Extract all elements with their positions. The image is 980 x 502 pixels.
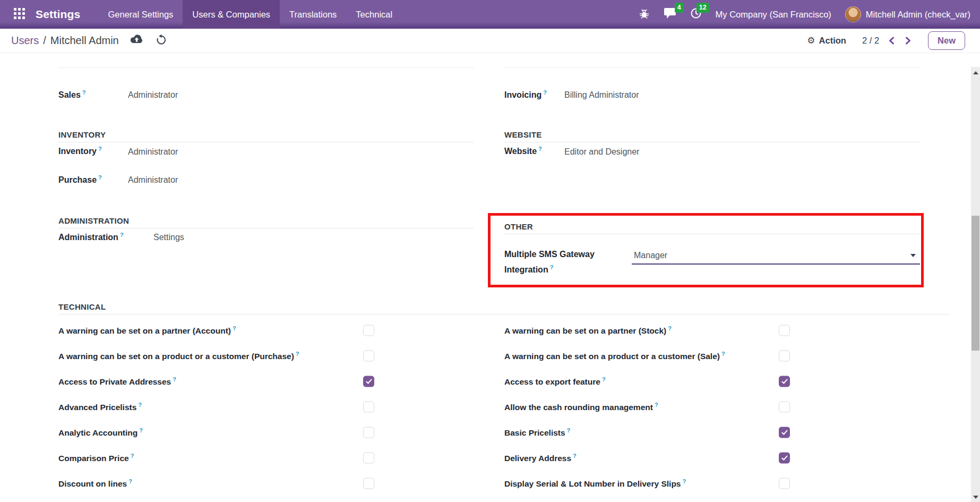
- field-inventory: Inventory? Administrator: [58, 142, 474, 158]
- section-title: TECHNICAL: [58, 302, 980, 312]
- checkbox-unchecked[interactable]: [779, 478, 790, 489]
- checkbox-unchecked[interactable]: [363, 351, 374, 362]
- highlight-box-other-section: OTHER Multiple SMS Gateway Integration? …: [488, 213, 924, 287]
- help-icon[interactable]: ?: [573, 453, 577, 459]
- section-technical: TECHNICAL A warning can be set on a part…: [58, 302, 980, 496]
- field-value[interactable]: Administrator: [128, 146, 178, 158]
- help-icon[interactable]: ?: [138, 402, 142, 408]
- field-value[interactable]: Billing Administrator: [564, 89, 639, 101]
- field-value[interactable]: Settings: [153, 231, 184, 244]
- new-record-button[interactable]: New: [928, 31, 965, 50]
- help-icon[interactable]: ?: [128, 478, 132, 484]
- help-icon[interactable]: ?: [120, 232, 124, 238]
- vertical-scrollbar[interactable]: [971, 67, 980, 502]
- current-app-name[interactable]: Settings: [32, 0, 91, 29]
- company-switcher[interactable]: My Company (San Francisco): [716, 10, 831, 20]
- help-icon[interactable]: ?: [296, 351, 299, 357]
- checkbox-unchecked[interactable]: [363, 325, 374, 336]
- technical-row: Discount on lines?: [58, 471, 474, 496]
- checkbox-unchecked[interactable]: [363, 478, 374, 489]
- scroll-up-arrow-icon[interactable]: [973, 71, 978, 74]
- checkbox-checked[interactable]: [779, 376, 790, 387]
- technical-row: Analytic Accounting?: [58, 420, 474, 445]
- apps-menu-button[interactable]: [0, 0, 32, 29]
- checkbox-unchecked[interactable]: [779, 351, 790, 362]
- help-icon[interactable]: ?: [655, 402, 658, 408]
- technical-row: Advanced Pricelists?: [58, 394, 474, 420]
- section-title: ADMINISTRATION: [58, 216, 474, 226]
- help-icon[interactable]: ?: [173, 376, 176, 382]
- breadcrumb-parent-link[interactable]: Users: [11, 35, 39, 47]
- field-value[interactable]: Administrator: [128, 174, 178, 186]
- left-column-top: Sales? Administrator: [58, 53, 474, 101]
- section-inventory: INVENTORY Inventory? Administrator Purch…: [58, 130, 474, 186]
- checkbox-unchecked[interactable]: [363, 453, 374, 464]
- debug-mode-button[interactable]: [639, 8, 650, 21]
- field-label: Website?: [504, 142, 564, 158]
- navbar-right: 4 12 My Company (San Francisco) Mitchell…: [639, 0, 980, 29]
- scrollbar-thumb[interactable]: [972, 216, 979, 351]
- right-column-top: Invoicing? Billing Administrator: [504, 53, 920, 101]
- sms-gateway-select[interactable]: Manager: [632, 248, 920, 265]
- technical-row: A warning can be set on a partner (Stock…: [504, 318, 920, 343]
- help-icon[interactable]: ?: [98, 146, 102, 152]
- field-label: Sales?: [58, 86, 128, 101]
- checkbox-label: A warning can be set on a partner (Accou…: [58, 325, 236, 336]
- technical-left-column: A warning can be set on a partner (Accou…: [58, 318, 474, 496]
- help-icon[interactable]: ?: [98, 174, 102, 181]
- menu-item-general-settings[interactable]: General Settings: [98, 0, 183, 29]
- technical-right-column: A warning can be set on a partner (Stock…: [504, 318, 920, 496]
- field-label: Purchase?: [58, 171, 128, 186]
- menu-item-technical[interactable]: Technical: [346, 0, 402, 29]
- top-navbar: Settings General SettingsUsers & Compani…: [0, 0, 980, 29]
- divider: [58, 314, 950, 314]
- checkbox-unchecked[interactable]: [779, 325, 790, 336]
- help-icon[interactable]: ?: [82, 89, 86, 96]
- field-value[interactable]: Administrator: [128, 89, 178, 101]
- pager-next-button[interactable]: [904, 36, 912, 45]
- checkbox-unchecked[interactable]: [363, 427, 374, 438]
- help-icon[interactable]: ?: [538, 146, 542, 152]
- checkbox-checked[interactable]: [779, 427, 790, 438]
- checkbox-label: Discount on lines?: [58, 478, 132, 489]
- help-icon[interactable]: ?: [721, 351, 725, 357]
- scroll-down-arrow-icon[interactable]: [973, 496, 978, 499]
- pager-value[interactable]: 2 / 2: [862, 36, 879, 46]
- discard-changes-button[interactable]: [156, 34, 167, 48]
- messages-button[interactable]: 4: [664, 7, 676, 21]
- menu-item-translations[interactable]: Translations: [280, 0, 346, 29]
- checkbox-label: Basic Pricelists?: [504, 427, 570, 438]
- help-icon[interactable]: ?: [550, 264, 554, 270]
- checkbox-checked[interactable]: [363, 376, 374, 387]
- help-icon[interactable]: ?: [543, 89, 547, 96]
- section-website: WEBSITE Website? Editor and Designer: [504, 130, 920, 186]
- checkbox-label: Delivery Address?: [504, 453, 577, 463]
- check-icon: [366, 378, 372, 384]
- help-icon[interactable]: ?: [233, 325, 236, 331]
- field-website: Website? Editor and Designer: [504, 142, 920, 158]
- help-icon[interactable]: ?: [602, 376, 606, 382]
- control-panel: Users / Mitchell Admin: [0, 29, 980, 53]
- user-menu-label: Mitchell Admin (check_var): [866, 10, 970, 20]
- apps-grid-icon: [14, 8, 25, 21]
- pager-previous-button[interactable]: [888, 36, 896, 45]
- check-icon: [781, 429, 788, 435]
- avatar: [845, 6, 861, 22]
- field-value[interactable]: Editor and Designer: [564, 146, 639, 158]
- menu-item-users-companies[interactable]: Users & Companies: [183, 0, 280, 29]
- action-menu-button[interactable]: ⚙ Action: [807, 35, 846, 46]
- activities-count-badge: 12: [697, 3, 709, 13]
- user-menu[interactable]: Mitchell Admin (check_var): [845, 6, 970, 22]
- help-icon[interactable]: ?: [131, 453, 134, 459]
- help-icon[interactable]: ?: [668, 325, 672, 331]
- check-icon: [781, 454, 788, 461]
- activities-button[interactable]: 12: [690, 7, 702, 21]
- help-icon[interactable]: ?: [139, 427, 143, 433]
- help-icon[interactable]: ?: [683, 478, 686, 484]
- breadcrumb-current: Mitchell Admin: [50, 35, 119, 47]
- help-icon[interactable]: ?: [567, 427, 571, 433]
- checkbox-checked[interactable]: [779, 453, 790, 464]
- checkbox-unchecked[interactable]: [779, 402, 790, 413]
- checkbox-unchecked[interactable]: [363, 402, 374, 413]
- save-record-button[interactable]: [130, 34, 144, 47]
